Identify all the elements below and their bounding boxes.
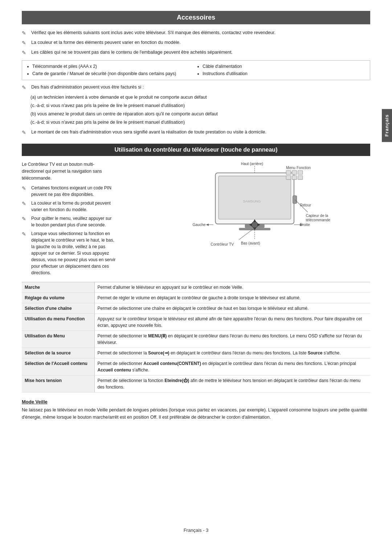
svg-rect-18 [292,176,297,180]
feature-label-7: Mise hors tension [22,375,94,393]
ctrl-note-icon-1: ✎ [22,185,30,192]
ctrl-note-icon-4: ✎ [22,230,30,238]
feature-desc-1: Permet de régler le volume en déplaçant … [94,293,370,303]
controller-header: Utilisation du contrôleur du téléviseur … [22,144,370,156]
ctrl-note-4: ✎ Lorsque vous sélectionnez la fonction … [22,230,116,276]
note-icon-1: ✎ [22,29,30,37]
admin-note: ✎ Des frais d'administration peuvent vou… [22,84,370,91]
feature-desc-5: Permet de sélectionner la Source(⇒) en d… [94,348,370,358]
feature-label-5: Sélection de la source [22,348,94,358]
svg-point-4 [252,222,258,228]
admin-item-1: (a) un technicien intervient à votre dem… [30,94,370,101]
accessories-note-2: ✎ La couleur et la forme des éléments pe… [22,39,370,47]
accessories-bullets: Télécommande et piles (AAA x 2) Carte de… [22,60,370,80]
svg-rect-19 [298,176,303,180]
ctrl-note-3: ✎ Pour quitter le menu, veuillez appuyer… [22,215,116,228]
feature-label-6: Sélection de l'Accueil contenu [22,358,94,375]
svg-text:Haut (arrière): Haut (arrière) [241,162,263,166]
table-row-1: Réglage du volume Permet de régler le vo… [22,293,370,303]
svg-text:SAMSUNG: SAMSUNG [243,199,261,203]
feature-label-4: Utilisation du Menu [22,331,94,348]
svg-text:Bas (avant): Bas (avant) [241,241,260,245]
feature-label-3: Utilisation du menu Fonction [22,314,94,331]
note-icon-3: ✎ [22,49,30,57]
feature-label-1: Réglage du volume [22,293,94,303]
ctrl-note-2: ✎ La couleur et la forme du produit peuv… [22,200,116,213]
svg-text:Capteur de la: Capteur de la [306,214,328,218]
bullet-item-1: Télécommande et piles (AAA x 2) [32,63,196,70]
table-row-6: Sélection de l'Accueil contenu Permet de… [22,358,370,375]
bullets-col-1: Télécommande et piles (AAA x 2) Carte de… [26,63,196,78]
bullet-item-3: Câble d'alimentation [203,63,366,70]
feature-desc-6: Permet de sélectionner Accueil contenu(C… [94,358,370,375]
svg-rect-1 [219,176,291,219]
side-tab: Français [382,109,392,142]
table-row-3: Utilisation du menu Fonction Appuyez sur… [22,314,370,331]
svg-rect-14 [286,171,291,174]
controller-intro: Le Contrôleur TV est un bouton multi-dir… [22,161,116,182]
table-row-0: Marche Permet d'allumer le téléviseur en… [22,282,370,293]
controller-diagram: SAMSUNG Bas (avant) Menu Fonction Gauche [123,161,370,279]
svg-text:télécommande: télécommande [306,218,330,222]
page: Français Accessoires ✎ Vérifiez que les … [0,0,392,542]
table-row-2: Sélection d'une chaîne Permet de sélecti… [22,303,370,314]
feature-desc-7: Permet de sélectionner la fonction Etein… [94,375,370,393]
svg-text:Gauche: Gauche [193,223,206,227]
mode-veille-text: Ne laissez pas le téléviseur en mode Vei… [22,406,370,421]
mode-veille-section: Mode Veille Ne laissez pas le téléviseur… [22,399,370,421]
feature-desc-3: Appuyez sur le contrôleur lorsque le tél… [94,314,370,331]
table-row-4: Utilisation du Menu Permet de sélectionn… [22,331,370,348]
feature-desc-0: Permet d'allumer le téléviseur en appuya… [94,282,370,293]
tv-diagram-svg: SAMSUNG Bas (avant) Menu Fonction Gauche [152,161,341,251]
svg-rect-15 [292,171,297,174]
table-row-5: Sélection de la source Permet de sélecti… [22,348,370,358]
svg-rect-17 [286,176,291,180]
controller-text: Le Contrôleur TV est un bouton multi-dir… [22,161,116,279]
feature-table: Marche Permet d'allumer le téléviseur en… [22,282,370,393]
feature-label-2: Sélection d'une chaîne [22,303,94,314]
admin-item-2: (c.-à-d; si vous n'avez pas pris la pein… [30,102,370,109]
note-icon-admin: ✎ [22,84,30,91]
bullet-item-2: Carte de garantie / Manuel de sécurité (… [32,70,196,77]
svg-text:Contrôleur TV: Contrôleur TV [211,242,234,246]
page-footer: Français - 3 [0,527,392,533]
montant-note: ✎ Le montant de ces frais d'administrati… [22,129,370,136]
ctrl-note-1: ✎ Certaines fonctions exigeant un code P… [22,185,116,198]
note-icon-2: ✎ [22,39,30,47]
accessories-header: Accessoires [22,11,370,24]
admin-item-4: (c.-à-d; si vous n'avez pas pris la pein… [30,119,370,126]
ctrl-note-icon-3: ✎ [22,215,30,223]
svg-rect-16 [298,171,303,174]
ctrl-note-icon-2: ✎ [22,200,30,208]
feature-desc-4: Permet de sélectionner le MENU(Ⅲ) en dép… [94,331,370,348]
accessories-note-3: ✎ Les câbles qui ne se trouvent pas dans… [22,49,370,57]
feature-desc-2: Permet de sélectionner une chaîne en dép… [94,303,370,314]
controller-section: Le Contrôleur TV est un bouton multi-dir… [22,161,370,279]
svg-marker-22 [206,223,209,226]
accessories-note-1: ✎ Vérifiez que les éléments suivants son… [22,29,370,37]
svg-text:Menu Fonction: Menu Fonction [286,165,311,169]
bullets-col-2: Câble d'alimentation Instructions d'util… [196,63,366,78]
table-row-7: Mise hors tension Permet de sélectionner… [22,375,370,393]
mode-veille-title: Mode Veille [22,399,370,405]
feature-label-0: Marche [22,282,94,293]
bullet-item-4: Instructions d'utilisation [203,70,366,77]
admin-item-3: (b) vous amenez le produit dans un centr… [30,110,370,118]
note-icon-montant: ✎ [22,129,30,136]
